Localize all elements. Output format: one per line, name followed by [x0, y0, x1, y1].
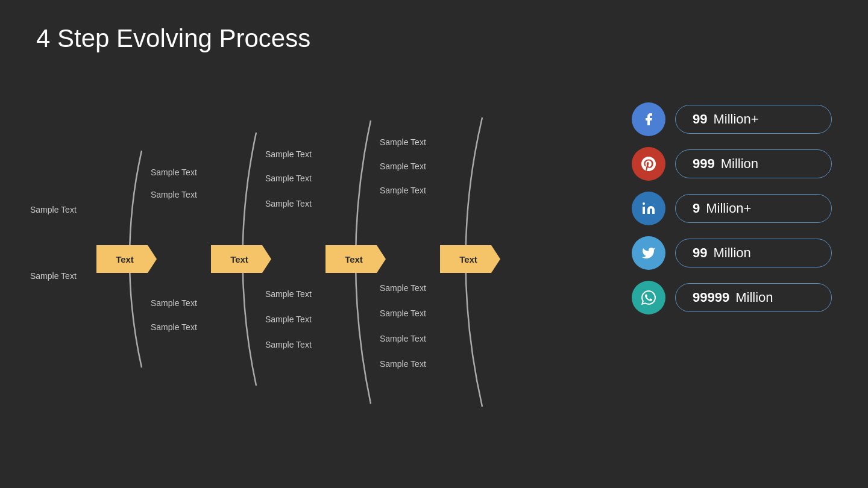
- stat-row-facebook: 99 Million+: [632, 102, 832, 136]
- linkedin-num: 9: [693, 201, 700, 216]
- arrows-row: Text Text Text Text: [96, 245, 500, 273]
- linkedin-unit: Million+: [706, 201, 751, 216]
- arc3-t2: Sample Text: [380, 161, 426, 171]
- side-label-top: Sample Text: [30, 205, 77, 214]
- facebook-unit: Million+: [713, 111, 758, 127]
- twitter-icon: [632, 236, 665, 270]
- arc3-b4: Sample Text: [380, 359, 426, 369]
- linkedin-stat: 9 Million+: [675, 194, 832, 223]
- pinterest-num: 999: [693, 156, 715, 172]
- arc3-t3: Sample Text: [380, 186, 426, 195]
- stats-container: 99 Million+ 999 Million 9 Million+: [632, 102, 832, 314]
- twitter-num: 99: [693, 245, 707, 261]
- arc2-t2: Sample Text: [265, 174, 312, 183]
- side-label-bottom: Sample Text: [30, 271, 77, 281]
- pinterest-unit: Million: [721, 156, 758, 172]
- arc1-b1: Sample Text: [151, 298, 197, 308]
- arc2-b2: Sample Text: [265, 314, 312, 324]
- arrow-step-4: Text: [440, 245, 500, 273]
- arrow-step-1: Text: [96, 245, 157, 273]
- linkedin-icon: [632, 192, 665, 225]
- whatsapp-stat: 99999 Million: [675, 283, 832, 312]
- facebook-num: 99: [693, 111, 707, 127]
- facebook-stat: 99 Million+: [675, 105, 832, 134]
- pinterest-icon: [632, 147, 665, 181]
- arc3-b3: Sample Text: [380, 334, 426, 343]
- svg-point-0: [643, 202, 645, 205]
- arrow-step-2: Text: [211, 245, 271, 273]
- arc2-b1: Sample Text: [265, 289, 312, 299]
- whatsapp-icon: [632, 281, 665, 314]
- arc1-b2: Sample Text: [151, 322, 197, 332]
- facebook-icon: [632, 102, 665, 136]
- stat-row-linkedin: 9 Million+: [632, 192, 832, 225]
- arc3-b2: Sample Text: [380, 308, 426, 318]
- whatsapp-unit: Million: [735, 290, 773, 305]
- whatsapp-num: 99999: [693, 290, 729, 305]
- arc1-t2: Sample Text: [151, 190, 197, 199]
- fishbone-diagram: Sample Text Sample Text Sample Text Samp…: [24, 84, 567, 434]
- arc3-t1: Sample Text: [380, 137, 426, 147]
- pinterest-stat: 999 Million: [675, 149, 832, 178]
- stat-row-whatsapp: 99999 Million: [632, 281, 832, 314]
- page-title: 4 Step Evolving Process: [36, 24, 310, 53]
- arc1-t1: Sample Text: [151, 167, 197, 177]
- twitter-stat: 99 Million: [675, 239, 832, 267]
- arc2-t3: Sample Text: [265, 199, 312, 208]
- arrow-step-3: Text: [326, 245, 386, 273]
- stat-row-twitter: 99 Million: [632, 236, 832, 270]
- stat-row-pinterest: 999 Million: [632, 147, 832, 181]
- arc2-b3: Sample Text: [265, 340, 312, 349]
- arc3-b1: Sample Text: [380, 283, 426, 293]
- twitter-unit: Million: [713, 245, 750, 261]
- arc2-t1: Sample Text: [265, 149, 312, 159]
